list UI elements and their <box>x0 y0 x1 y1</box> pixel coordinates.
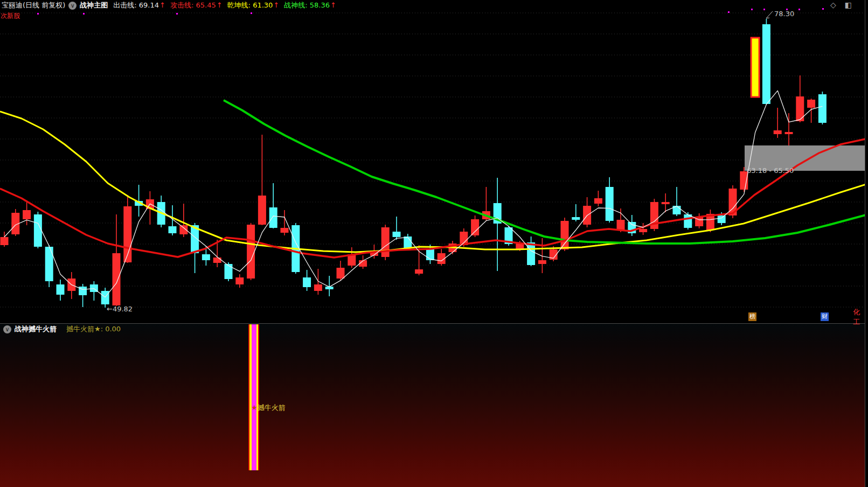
up-arrow-icon: ↑ <box>330 1 336 9</box>
right-margin <box>865 0 868 487</box>
stock-tag-cixingu: 次新股 <box>1 11 20 20</box>
up-arrow-icon: ↑ <box>159 1 165 9</box>
indicator-value-zhanshen: 战神线: 58.36↑ <box>284 1 336 10</box>
collapse-chevron-icon[interactable]: ∨ <box>3 325 11 333</box>
up-arrow-icon: ↑ <box>217 1 223 9</box>
app-window: 78.30←49.8263.18 - 65.50 宝丽迪(日线 前复权) ∨ 战… <box>0 0 868 487</box>
collapse-chevron-icon[interactable]: ∨ <box>68 2 77 10</box>
layout-icon: ◧ <box>845 1 860 9</box>
stock-title: 宝丽迪(日线 前复权) <box>2 1 65 10</box>
main-chart-canvas[interactable]: 78.30←49.8263.18 - 65.50 <box>0 0 868 323</box>
star-icon: ★ <box>251 403 258 412</box>
indicator-title[interactable]: 战神主图 <box>80 1 108 10</box>
indicator-value-gongji: 攻击线: 65.45↑ <box>170 1 223 10</box>
svg-text:78.30: 78.30 <box>774 10 794 18</box>
subpanel-value: 撼牛火箭★: 0.00 <box>66 324 121 334</box>
subpanel-header: ∨ 战神撼牛火箭 撼牛火箭★: 0.00 <box>0 324 121 334</box>
panel-divider <box>0 323 865 324</box>
indicator-value-chuji: 出击线: 69.14↑ <box>113 1 165 10</box>
rank-badge[interactable]: 榜 <box>748 312 756 321</box>
svg-text:←49.82: ←49.82 <box>107 305 133 313</box>
sector-label[interactable]: 化工 <box>853 308 865 327</box>
subpanel-title[interactable]: 战神撼牛火箭 <box>15 324 57 334</box>
main-header: 宝丽迪(日线 前复权) ∨ 战神主图 出击线: 69.14↑ 攻击线: 65.4… <box>0 0 865 11</box>
window-corner-icons[interactable]: ◇◧ <box>830 1 860 9</box>
finance-badge[interactable]: 财 <box>821 312 829 321</box>
indicator-value-qiankun: 乾坤线: 61.30↑ <box>227 1 280 10</box>
indicator-subpanel[interactable]: ∨ 战神撼牛火箭 撼牛火箭★: 0.00 ★撼牛火箭 易 易学指标网 www.1… <box>0 323 865 487</box>
rocket-signal-bar <box>248 324 259 470</box>
up-arrow-icon: ↑ <box>273 1 279 9</box>
rocket-signal-label: ★撼牛火箭 <box>251 403 286 413</box>
diamond-icon: ◇ <box>830 1 845 9</box>
svg-text:63.18 - 65.50: 63.18 - 65.50 <box>747 166 794 175</box>
